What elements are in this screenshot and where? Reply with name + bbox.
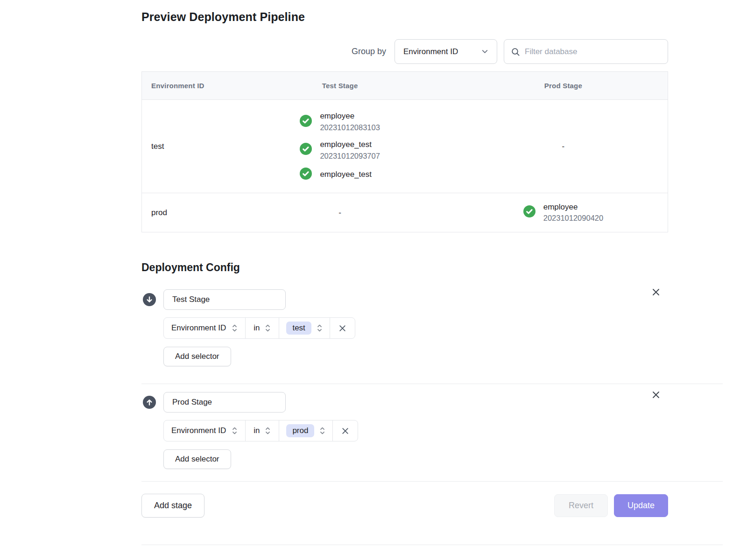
stage-name-input[interactable] [163,392,286,413]
deployment-list: employee 20231012090420 [523,202,603,224]
test-stage-cell-empty: - [221,193,458,232]
revert-button[interactable]: Revert [554,494,608,517]
page-title: Preview Deployment Pipeline [141,10,668,24]
arrow-up-circle-icon [143,396,156,409]
toolbar: Group by Environment ID [141,39,668,64]
success-check-icon [300,115,312,129]
close-icon [341,427,349,435]
remove-selector-button[interactable] [332,420,358,441]
stepper-icon [265,426,271,435]
database-name: employee_test [320,169,372,181]
main-content: Preview Deployment Pipeline Group by Env… [141,0,668,545]
selector-value-badge: test [286,322,311,335]
close-icon [651,291,661,298]
deployment-item: employee 20231012090420 [523,202,603,224]
success-check-icon [300,143,312,157]
deployment-config-title: Deployment Config [141,261,668,274]
prod-stage-cell-empty: - [459,100,668,193]
arrow-down-circle-icon [143,293,156,306]
update-button[interactable]: Update [614,494,668,517]
column-environment-id: Environment ID [142,72,221,100]
database-version: 20231012090420 [543,213,603,224]
column-prod-stage: Prod Stage [459,72,668,100]
add-stage-button[interactable]: Add stage [141,494,204,518]
stepper-icon [265,323,271,333]
table-row-prod: prod - employee 20231012090420 [142,193,668,232]
stage-config-prod: Environment ID in prod [141,384,668,481]
group-by-select[interactable]: Environment ID [395,39,497,64]
database-name: employee_test [320,139,380,151]
footer-bar: Add stage Revert Update [141,482,668,518]
search-icon [511,47,520,56]
add-selector-button[interactable]: Add selector [163,449,231,469]
selector-operator-select[interactable]: in [245,420,279,441]
database-version: 20231012083103 [320,122,380,133]
selector-operator-value: in [254,323,260,333]
deployment-item: employee_test [300,168,380,182]
group-by-label: Group by [352,47,386,56]
stepper-icon [232,323,238,333]
success-check-icon [300,168,312,182]
remove-stage-button[interactable] [649,286,662,299]
success-check-icon [523,205,536,220]
pipeline-table: Environment ID Test Stage Prod Stage tes… [141,71,668,232]
table-header-row: Environment ID Test Stage Prod Stage [142,72,668,100]
remove-selector-button[interactable] [330,318,355,338]
filter-database-input[interactable] [525,47,661,56]
stepper-icon [317,323,323,333]
selector-value-select[interactable]: prod [279,420,332,441]
deployment-item: employee 20231012083103 [300,111,380,133]
stage-name-input[interactable] [163,289,286,310]
filter-database-box [504,39,668,64]
selector-field-value: Environment ID [171,426,226,435]
selector-field-select[interactable]: Environment ID [164,420,245,441]
database-name: employee [320,111,380,122]
table-row-test: test employee 20231012083103 [142,100,668,193]
stepper-icon [232,426,238,435]
stage-config-test: Environment ID in test [141,289,668,384]
selector-operator-select[interactable]: in [245,318,279,338]
selector-value-select[interactable]: test [279,318,329,338]
stepper-icon [319,426,325,435]
deployment-list: employee 20231012083103 employee_test 20… [300,111,380,182]
database-name: employee [543,202,603,213]
test-stage-cell: employee 20231012083103 employee_test 20… [221,100,458,193]
selector-row: Environment ID in test [163,317,355,339]
selector-value-badge: prod [286,424,314,437]
deployment-item: employee_test 20231012093707 [300,139,380,161]
group-by-value: Environment ID [403,47,458,56]
chevron-down-icon [480,47,489,56]
remove-stage-button[interactable] [649,388,662,401]
environment-name: test [142,100,221,193]
bottom-divider [141,545,723,545]
database-version: 20231012093707 [320,151,380,161]
column-test-stage: Test Stage [221,72,458,100]
selector-field-select[interactable]: Environment ID [164,318,245,338]
environment-name: prod [142,193,221,232]
selector-row: Environment ID in prod [163,420,358,441]
selector-field-value: Environment ID [171,323,226,333]
selector-operator-value: in [254,426,260,435]
close-icon [338,324,346,332]
prod-stage-cell: employee 20231012090420 [459,193,668,232]
add-selector-button[interactable]: Add selector [163,347,231,366]
close-icon [651,394,661,401]
